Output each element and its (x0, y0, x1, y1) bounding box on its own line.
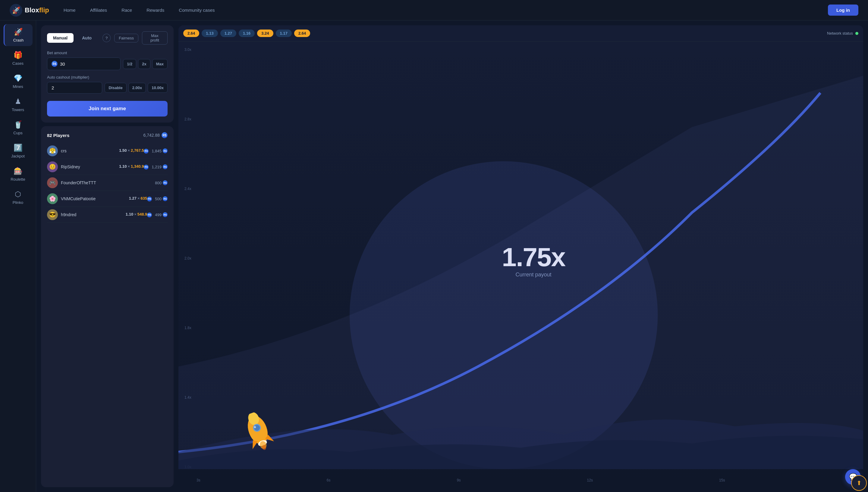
table-row: 😎 h9ndred 1.10×548.9R$ 499 R$ (47, 207, 168, 223)
2x-btn[interactable]: 2.00x (128, 83, 146, 93)
x-label-1: 6s (327, 478, 331, 482)
nav-race[interactable]: Race (121, 7, 132, 13)
sidebar: 🚀 Crash 🎁 Cases 💎 Mines ♟ Towers 🥤 Cups … (0, 21, 36, 492)
player-name: crs (61, 148, 116, 153)
total-rs-icon: R$ (162, 132, 168, 138)
x-label-0: 3s (196, 478, 201, 482)
mines-label: Mines (13, 84, 23, 89)
autocashout-input[interactable] (51, 85, 98, 90)
nav-home[interactable]: Home (64, 7, 76, 13)
table-row: 🌸 VNMCutiePatootie 1.27×635R$ 500 R$ (47, 191, 168, 207)
sidebar-item-mines[interactable]: 💎 Mines (4, 71, 32, 93)
mines-icon: 💎 (14, 74, 23, 82)
10x-btn[interactable]: 10.00x (148, 83, 168, 93)
player-avatar: 😤 (47, 145, 58, 156)
svg-point-2 (350, 162, 658, 469)
sidebar-item-roulette[interactable]: 🎰 Roulette (4, 163, 32, 185)
total-amount: 6,742.88 (143, 133, 160, 138)
player-list: 😤 crs 1.50×2,767.5R$ 1,845 R$ 😊 RipSidne… (47, 143, 168, 223)
plinko-label: Plinko (13, 200, 23, 205)
help-button[interactable]: ? (102, 34, 111, 42)
game-panel: 2.641.131.271.163.241.172.64 Network sta… (179, 25, 863, 487)
crash-icon: 🚀 (14, 28, 23, 36)
fairness-button[interactable]: Fairness (114, 34, 138, 43)
max-btn[interactable]: Max (152, 59, 168, 69)
jackpot-label: Jackpot (11, 154, 25, 158)
sidebar-item-crash[interactable]: 🚀 Crash (4, 24, 32, 46)
double-btn[interactable]: 2x (138, 59, 150, 69)
bet-tabs: Manual Auto ? Fairness Max profit (47, 31, 168, 45)
player-mult: 1.27×635R$ (129, 196, 152, 201)
logo[interactable]: 🚀 Bloxflip (10, 4, 49, 17)
nav-rewards[interactable]: Rewards (146, 7, 164, 13)
jackpot-icon: 7️⃣ (14, 144, 23, 152)
history-chip-5[interactable]: 1.17 (276, 29, 292, 37)
logo-icon: 🚀 (10, 4, 22, 17)
history-chip-2[interactable]: 1.27 (220, 29, 236, 37)
left-panel: Manual Auto ? Fairness Max profit Bet am… (41, 25, 173, 487)
history-chips: 2.641.131.271.163.241.172.64 (183, 29, 310, 37)
bet-amount-label: Bet amount (47, 51, 168, 55)
chart-curve (179, 42, 863, 469)
players-total: 6,742.88 R$ (143, 132, 168, 138)
history-chip-4[interactable]: 3.24 (257, 29, 273, 37)
player-name: FounderOfTheTTT (61, 180, 149, 185)
roulette-icon: 🎰 (14, 167, 23, 175)
player-bet: 500 R$ (155, 196, 168, 201)
disable-btn[interactable]: Disable (104, 83, 126, 93)
x-axis-labels: 3s6s9s12s15s18s (196, 478, 857, 482)
sidebar-item-cases[interactable]: 🎁 Cases (4, 47, 32, 69)
player-mult: 1.10×1,340.9R$ (119, 164, 148, 170)
game-chart: 3.0x2.8x2.4x2.0x1.8x1.4x1.0x 1.75x Curre… (179, 42, 863, 487)
player-bet: 800 R$ (155, 180, 168, 185)
tab-auto[interactable]: Auto (76, 33, 98, 43)
autocashout-field[interactable] (47, 82, 102, 94)
logo-blox-text: Blox (25, 6, 39, 14)
scroll-indicator[interactable]: ⬆ (851, 475, 867, 491)
cups-label: Cups (13, 131, 22, 135)
sidebar-item-plinko[interactable]: ⬡ Plinko (4, 187, 32, 208)
logo-flip-text: flip (39, 6, 49, 14)
player-name: VNMCutiePatootie (61, 196, 126, 201)
roulette-label: Roulette (10, 177, 25, 181)
player-avatar: 😎 (47, 209, 58, 220)
bet-amount-field[interactable]: R$ (47, 57, 121, 70)
login-button[interactable]: Log in (828, 4, 858, 16)
half-btn[interactable]: 1/2 (123, 59, 136, 69)
tab-manual[interactable]: Manual (47, 33, 73, 43)
content-area: Manual Auto ? Fairness Max profit Bet am… (36, 21, 868, 492)
sidebar-item-towers[interactable]: ♟ Towers (4, 94, 32, 116)
network-status-label: Network status (827, 31, 853, 35)
main-layout: 🚀 Crash 🎁 Cases 💎 Mines ♟ Towers 🥤 Cups … (0, 21, 868, 492)
nav-affiliates[interactable]: Affiliates (90, 7, 107, 13)
history-chip-0[interactable]: 2.64 (183, 29, 199, 37)
cases-icon: 🎁 (14, 51, 23, 59)
crash-label: Crash (13, 38, 24, 43)
player-bet: 1,219 R$ (151, 165, 168, 169)
nav-community-cases[interactable]: Community cases (179, 7, 215, 13)
join-button[interactable]: Join next game (47, 101, 168, 117)
player-name: RipSidney (61, 165, 116, 169)
sidebar-item-cups[interactable]: 🥤 Cups (4, 117, 32, 139)
network-status: Network status (827, 31, 858, 35)
bet-card: Manual Auto ? Fairness Max profit Bet am… (41, 25, 173, 123)
maxprofit-button[interactable]: Max profit (142, 31, 168, 45)
towers-label: Towers (12, 107, 24, 112)
history-chip-1[interactable]: 1.13 (202, 29, 218, 37)
player-avatar: 😊 (47, 162, 58, 172)
player-bet: 499 R$ (155, 212, 168, 217)
bet-amount-input[interactable] (60, 62, 116, 67)
x-label-2: 9s (457, 478, 461, 482)
players-count: 82 Players (47, 133, 69, 138)
bet-amount-row: R$ 1/2 2x Max (47, 57, 168, 70)
navbar: 🚀 Bloxflip Home Affiliates Race Rewards … (0, 0, 868, 21)
sidebar-item-jackpot[interactable]: 7️⃣ Jackpot (4, 140, 32, 162)
cups-icon: 🥤 (14, 120, 23, 129)
players-card: 82 Players 6,742.88 R$ 😤 crs 1.50×2,767.… (41, 126, 173, 487)
history-chip-3[interactable]: 1.16 (239, 29, 255, 37)
status-dot (855, 32, 858, 35)
history-chip-6[interactable]: 2.64 (294, 29, 310, 37)
player-bet: 1,845 R$ (151, 148, 168, 153)
rs-icon: R$ (51, 61, 57, 67)
cases-label: Cases (13, 61, 24, 66)
